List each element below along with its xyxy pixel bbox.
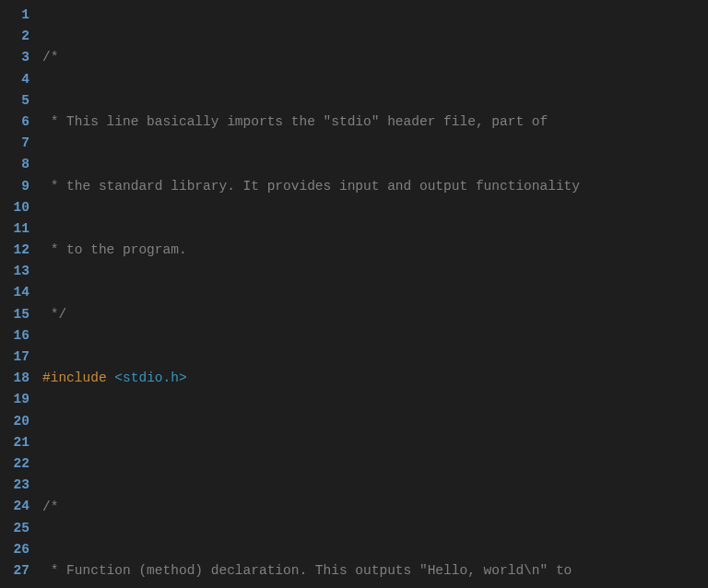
line-number: 1: [0, 5, 30, 26]
line-number: 11: [0, 218, 30, 240]
line-number-gutter: 1 2 3 4 5 6 7 8 9 10 11 12 13 14 15 16 1…: [0, 0, 37, 588]
line-number: 23: [0, 475, 30, 496]
comment-text: */: [42, 307, 66, 322]
line-number: 27: [0, 560, 30, 582]
line-number: 8: [0, 154, 30, 175]
line-number: 13: [0, 261, 30, 282]
code-line[interactable]: * Function (method) declaration. This ou…: [42, 560, 708, 582]
line-number: 5: [0, 90, 30, 112]
line-number: 9: [0, 176, 30, 197]
code-line[interactable]: /*: [42, 47, 708, 68]
line-number: 26: [0, 539, 30, 560]
line-number: 14: [0, 282, 30, 303]
comment-text: /*: [42, 500, 58, 514]
comment-text: * to the program.: [42, 242, 187, 257]
line-number: 3: [0, 47, 30, 68]
line-number: 18: [0, 368, 30, 389]
code-line[interactable]: #include <stdio.h>: [42, 368, 708, 389]
line-number: 10: [0, 197, 30, 218]
code-line[interactable]: * This line basically imports the "stdio…: [42, 112, 708, 133]
line-number: 21: [0, 432, 30, 453]
preprocessor-directive: #include: [42, 370, 107, 385]
comment-text: * Function (method) declaration. This ou…: [42, 563, 572, 578]
line-number: 19: [0, 389, 30, 410]
code-line[interactable]: [42, 432, 708, 453]
comment-text: /*: [42, 50, 58, 65]
line-number: 15: [0, 304, 30, 325]
line-number: 20: [0, 411, 30, 432]
line-number: 22: [0, 453, 30, 475]
line-number: 16: [0, 325, 30, 347]
line-number: 24: [0, 496, 30, 517]
comment-text: * This line basically imports the "stdio…: [42, 114, 548, 129]
code-line[interactable]: */: [42, 304, 708, 325]
comment-text: * the standard library. It provides inpu…: [42, 179, 580, 194]
line-number: 7: [0, 133, 30, 154]
line-number: 12: [0, 240, 30, 261]
code-editor-area[interactable]: /* * This line basically imports the "st…: [37, 0, 708, 588]
code-line[interactable]: /*: [42, 497, 708, 518]
code-line[interactable]: * the standard library. It provides inpu…: [42, 176, 708, 197]
include-header: <stdio.h>: [107, 370, 187, 385]
line-number: 25: [0, 518, 30, 539]
line-number: 4: [0, 69, 30, 90]
line-number: 6: [0, 112, 30, 133]
code-line[interactable]: * to the program.: [42, 240, 708, 261]
line-number: 2: [0, 26, 30, 47]
line-number: 17: [0, 347, 30, 368]
